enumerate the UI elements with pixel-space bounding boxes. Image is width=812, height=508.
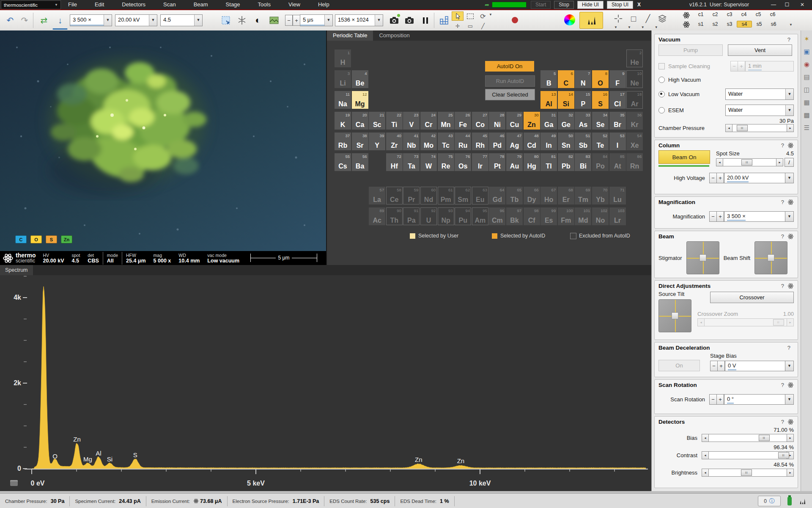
element-C[interactable]: 6C bbox=[558, 70, 574, 88]
chevron-down-icon[interactable]: ▼ bbox=[785, 173, 794, 183]
element-Sr[interactable]: 38Sr bbox=[352, 133, 368, 150]
chevron-down-icon[interactable]: ▼ bbox=[785, 211, 794, 222]
element-Si[interactable]: 14Si bbox=[558, 91, 574, 109]
channel-c3[interactable]: c3 bbox=[722, 11, 737, 17]
display-icon[interactable]: ▣ bbox=[803, 47, 811, 56]
resolution-combo[interactable]: 1536 × 1024▼ bbox=[335, 14, 383, 26]
element-Ga[interactable]: 31Ga bbox=[540, 112, 557, 130]
element-W[interactable]: 74W bbox=[420, 153, 437, 171]
spectrum-mode-button[interactable] bbox=[579, 12, 603, 29]
element-Mn[interactable]: 25Mn bbox=[438, 112, 454, 130]
low-vacuum-gas-combo[interactable]: Water▼ bbox=[725, 88, 794, 100]
pad-knob[interactable] bbox=[699, 254, 706, 262]
zoom-rect-tool-button[interactable]: ▭ bbox=[464, 21, 476, 30]
menu-detectors[interactable]: Detectors bbox=[113, 0, 154, 9]
element-Ru[interactable]: 44Ru bbox=[455, 133, 471, 150]
spot-size-combo[interactable]: 4.5▼ bbox=[160, 14, 203, 26]
beam-shift-pad[interactable] bbox=[754, 241, 787, 274]
element-Pt[interactable]: 78Pt bbox=[489, 153, 505, 171]
esem-radio[interactable] bbox=[658, 107, 665, 113]
element-Tl[interactable]: 81Tl bbox=[540, 153, 557, 171]
image-enhance-button[interactable] bbox=[266, 12, 282, 29]
snapshot-button[interactable] bbox=[387, 12, 402, 29]
chamber-pressure-slider[interactable]: ◂II▸ bbox=[725, 124, 794, 132]
decrement-button[interactable]: − bbox=[709, 394, 717, 405]
element-Sc[interactable]: 21Sc bbox=[369, 112, 385, 130]
crossover-button[interactable]: Crossover bbox=[710, 292, 794, 303]
element-Sb[interactable]: 51Sb bbox=[575, 133, 591, 150]
menu-file[interactable]: File bbox=[59, 0, 86, 9]
menu-view[interactable]: View bbox=[280, 0, 309, 9]
tab-composition[interactable]: Composition bbox=[373, 30, 415, 41]
element-Tc[interactable]: 43Tc bbox=[438, 133, 454, 150]
menu-beam[interactable]: Beam bbox=[185, 0, 217, 9]
source-tilt-pad[interactable] bbox=[658, 299, 691, 332]
element-P[interactable]: 15P bbox=[575, 91, 591, 109]
element-Co[interactable]: 27Co bbox=[472, 112, 488, 130]
clear-selected-button[interactable]: Clear Selected bbox=[485, 89, 535, 100]
element-Be[interactable]: 4Be bbox=[352, 70, 368, 88]
channel-c5[interactable]: c5 bbox=[751, 11, 765, 17]
pause-button[interactable] bbox=[418, 12, 433, 29]
channel-c6[interactable]: c6 bbox=[765, 11, 780, 17]
element-Ag[interactable]: 47Ag bbox=[506, 133, 523, 150]
menu-scan[interactable]: Scan bbox=[154, 0, 185, 9]
stop-button[interactable]: Stop bbox=[554, 1, 574, 9]
spot-lock-button[interactable]: / bbox=[785, 158, 794, 167]
videoscope-button[interactable] bbox=[436, 12, 452, 29]
layers-button[interactable] bbox=[655, 12, 670, 25]
line-tool-alt-button[interactable]: ╱ bbox=[477, 21, 489, 30]
element-Pb[interactable]: 82Pb bbox=[558, 153, 574, 171]
databar-toggle-icon[interactable] bbox=[10, 480, 18, 486]
decrement-button[interactable]: − bbox=[710, 361, 718, 371]
esem-gas-combo[interactable]: Water▼ bbox=[725, 105, 794, 116]
auto-focus-button[interactable] bbox=[234, 12, 250, 29]
high-voltage-combo[interactable]: 20.00 kV▼ bbox=[115, 14, 157, 26]
element-Bi[interactable]: 83Bi bbox=[575, 153, 591, 171]
settings-icon[interactable] bbox=[787, 283, 794, 289]
element-Zr[interactable]: 40Zr bbox=[386, 133, 403, 150]
channel-s5[interactable]: s5 bbox=[752, 21, 766, 27]
element-Ca[interactable]: 20Ca bbox=[352, 112, 368, 130]
element-Hf[interactable]: 72Hf bbox=[386, 153, 403, 171]
decrement-button[interactable]: − bbox=[709, 211, 717, 222]
chevron-down-icon[interactable]: ▼ bbox=[324, 15, 332, 26]
element-Mo[interactable]: 42Mo bbox=[420, 133, 437, 150]
settings-icon[interactable] bbox=[787, 199, 794, 205]
reduced-area-button[interactable] bbox=[218, 12, 233, 29]
element-In[interactable]: 49In bbox=[540, 133, 557, 150]
menu-edit[interactable]: Edit bbox=[86, 0, 113, 9]
element-Nb[interactable]: 41Nb bbox=[403, 133, 420, 150]
chevron-down-icon[interactable]: ▼ bbox=[194, 15, 202, 26]
element-Fe[interactable]: 26Fe bbox=[455, 112, 471, 130]
chevron-down-icon[interactable]: ▼ bbox=[149, 15, 157, 26]
chevron-down-icon[interactable]: ▼ bbox=[785, 361, 794, 371]
increment-button[interactable]: + bbox=[717, 361, 725, 371]
magnification-combo[interactable]: 3 500 ×▼ bbox=[70, 14, 112, 26]
area-analysis-button[interactable]: □ bbox=[626, 12, 641, 25]
stop-ui-button[interactable]: Stop UI bbox=[607, 1, 633, 9]
help-icon[interactable]: ? bbox=[787, 36, 790, 43]
element-N[interactable]: 7N bbox=[575, 70, 591, 88]
chevron-down-icon[interactable]: ▼ bbox=[789, 23, 793, 27]
window-close-button[interactable]: ✕ bbox=[797, 1, 808, 8]
element-B[interactable]: 5B bbox=[540, 70, 557, 88]
record-button[interactable] bbox=[512, 17, 518, 23]
element-Ni[interactable]: 28Ni bbox=[489, 112, 505, 130]
element-Rh[interactable]: 45Rh bbox=[472, 133, 488, 150]
chevron-down-icon[interactable]: ▼ bbox=[104, 15, 112, 26]
chevron-down-icon[interactable]: ▼ bbox=[655, 25, 658, 29]
element-Rb[interactable]: 37Rb bbox=[335, 133, 351, 150]
element-Te[interactable]: 52Te bbox=[592, 133, 609, 150]
increment-button[interactable]: + bbox=[716, 394, 724, 405]
element-Mg[interactable]: 12Mg bbox=[352, 91, 368, 109]
dwell-increment-button[interactable]: + bbox=[293, 15, 300, 26]
element-Re[interactable]: 75Re bbox=[438, 153, 454, 171]
decrement-button[interactable]: − bbox=[709, 173, 717, 183]
beam-on-button[interactable]: Beam On bbox=[658, 150, 710, 164]
menu-stage[interactable]: Stage bbox=[217, 0, 249, 9]
chamber-icon[interactable]: ◫ bbox=[803, 86, 811, 94]
sem-image-viewport[interactable]: COSZn thermoscientific HV20.00 kVspot4.5… bbox=[0, 30, 326, 265]
photo-button[interactable] bbox=[402, 12, 417, 29]
detector-bias-slider[interactable]: ◂II▸ bbox=[702, 434, 794, 442]
